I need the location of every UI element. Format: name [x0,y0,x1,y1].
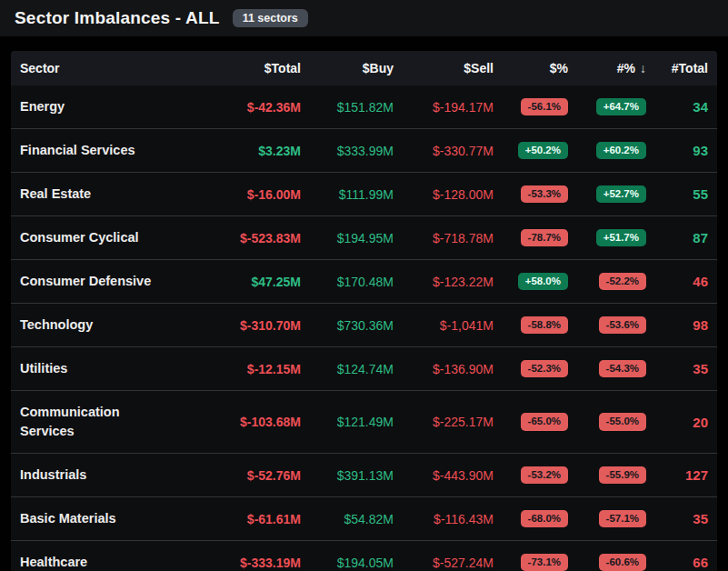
pct-count-badge: -60.6% [599,554,646,571]
buy-cell: $124.74M [310,347,403,391]
table-row[interactable]: Energy $-42.36M $151.82M $-194.17M -56.1… [11,85,717,129]
pct-dollar-cell: +50.2% [503,129,577,173]
table-row[interactable]: Communication Services $-103.68M $121.49… [11,391,717,454]
pct-dollar-badge: -73.1% [521,554,568,571]
count-value: 93 [693,143,708,158]
count-cell: 34 [655,85,717,129]
pct-count-badge: -53.6% [599,316,646,335]
sector-name: Energy [20,99,65,114]
total-cell: $47.25M [170,260,310,304]
column-header-pct_dollar[interactable]: $% [503,51,577,85]
sell-value: $-123.22M [433,275,494,289]
pct-count-cell: -55.0% [577,391,655,454]
sector-name: Consumer Cyclical [20,230,139,245]
count-cell: 20 [655,391,717,454]
column-header-sell[interactable]: $Sell [403,51,503,85]
table-row[interactable]: Financial Services $3.23M $333.99M $-330… [11,129,717,173]
sector-cell: Industrials [11,454,170,497]
table-row[interactable]: Industrials $-52.76M $391.13M $-443.90M … [11,454,717,497]
pct-dollar-cell: -56.1% [503,85,577,129]
pct-dollar-badge: -53.3% [521,185,568,204]
table-row[interactable]: Technology $-310.70M $730.36M $-1,041M -… [11,304,717,347]
sector-name: Utilities [20,361,67,376]
sector-name: Technology [20,317,93,332]
sell-value: $-443.90M [433,468,494,483]
pct-count-cell: -55.9% [577,454,655,497]
buy-value: $391.13M [337,468,394,483]
total-cell: $-61.61M [170,497,310,541]
count-value: 35 [693,361,708,376]
pct-dollar-badge: -58.8% [521,316,568,335]
total-value: $-523.83M [240,231,301,245]
table-row[interactable]: Consumer Cyclical $-523.83M $194.95M $-7… [11,216,717,260]
sector-cell: Basic Materials [11,497,170,541]
sell-cell: $-136.90M [403,347,503,391]
sell-value: $-527.24M [433,556,494,570]
total-value: $-103.68M [240,415,301,429]
total-value: $-333.19M [240,556,301,570]
buy-value: $124.74M [337,362,394,376]
page-title: Sector Imbalances - ALL [15,8,220,28]
count-value: 127 [685,467,708,483]
count-value: 66 [693,555,708,570]
total-value: $3.23M [258,144,301,158]
buy-cell: $111.99M [310,173,403,216]
sector-cell: Consumer Cyclical [11,216,170,260]
column-header-count[interactable]: #Total [655,51,717,85]
pct-dollar-badge: -65.0% [521,413,568,431]
column-header-sector[interactable]: Sector [11,51,170,85]
table-row[interactable]: Basic Materials $-61.61M $54.82M $-116.4… [11,497,717,541]
pct-dollar-cell: -53.2% [503,454,577,497]
total-cell: $-42.36M [170,85,310,129]
buy-value: $111.99M [339,187,394,202]
total-value: $-42.36M [247,100,301,115]
count-cell: 35 [655,347,717,391]
column-header-pct_count[interactable]: #%↓ [577,51,655,85]
count-value: 20 [693,415,708,430]
table-row[interactable]: Real Estate $-16.00M $111.99M $-128.00M … [11,173,717,216]
sell-cell: $-194.17M [403,85,503,129]
pct-dollar-badge: -56.1% [521,98,568,116]
total-cell: $-16.00M [170,173,310,216]
sell-value: $-136.90M [433,362,494,376]
sell-cell: $-116.43M [403,497,503,541]
sell-cell: $-1,041M [403,304,503,347]
buy-value: $151.82M [337,100,394,115]
table-row[interactable]: Healthcare $-333.19M $194.05M $-527.24M … [11,541,717,571]
column-header-total[interactable]: $Total [170,51,310,85]
count-value: 46 [693,274,708,289]
total-cell: $-333.19M [170,541,310,571]
total-value: $-310.70M [240,318,301,333]
pct-dollar-cell: -68.0% [503,497,577,541]
column-header-label: $Sell [464,61,494,75]
buy-cell: $121.49M [310,391,403,454]
sector-name: Healthcare [20,555,87,569]
column-header-label: #% [617,61,635,75]
column-header-buy[interactable]: $Buy [310,51,403,85]
sector-name: Communication Services [20,405,120,438]
table-header-row: Sector$Total$Buy$Sell$%#%↓#Total [11,51,717,85]
pct-count-cell: +64.7% [577,85,655,129]
count-cell: 46 [655,260,717,304]
pct-dollar-badge: -78.7% [521,229,568,247]
table-row[interactable]: Consumer Defensive $47.25M $170.48M $-12… [11,260,717,304]
sell-cell: $-330.77M [403,129,503,173]
column-header-label: $Total [264,61,301,75]
count-value: 98 [693,317,708,333]
pct-dollar-badge: -52.3% [521,360,568,378]
pct-count-badge: -55.9% [599,466,646,485]
sell-value: $-116.43M [434,512,494,526]
buy-cell: $194.05M [310,541,403,571]
pct-count-badge: -57.1% [599,510,646,528]
table-row[interactable]: Utilities $-12.15M $124.74M $-136.90M -5… [11,347,717,391]
pct-count-badge: +52.7% [596,185,646,204]
pct-dollar-cell: +58.0% [503,260,577,304]
sell-value: $-1,041M [440,318,494,333]
pct-count-badge: +64.7% [596,98,646,116]
sector-cell: Financial Services [11,129,170,173]
sector-imbalances-table: Sector$Total$Buy$Sell$%#%↓#Total Energy … [11,51,717,571]
sell-value: $-330.77M [433,144,494,158]
sector-cell: Utilities [11,347,170,391]
count-value: 87 [693,230,708,245]
sell-cell: $-225.17M [403,391,503,454]
